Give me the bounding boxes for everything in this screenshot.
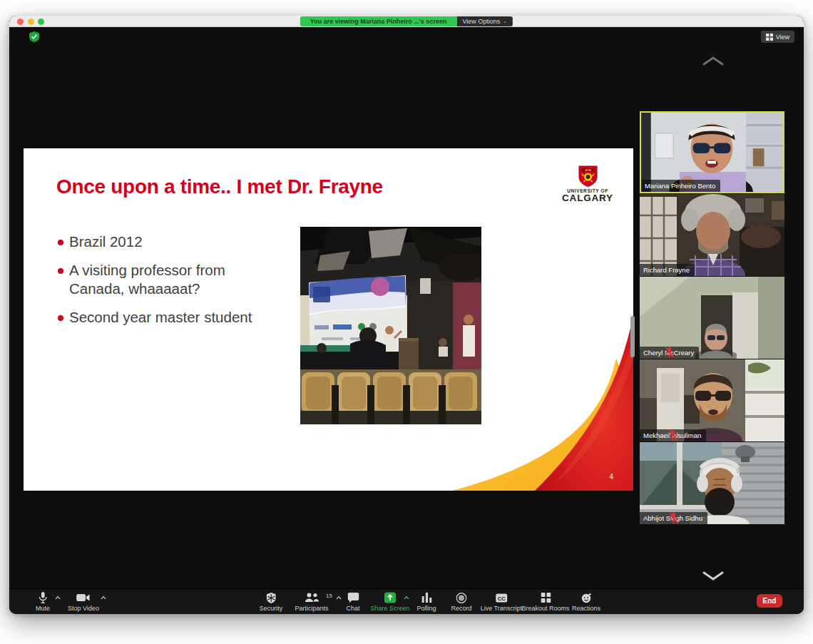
bullet-item: A visiting professor from Canada, whaaaa…: [58, 261, 272, 299]
minimize-window-button[interactable]: [28, 19, 34, 25]
scroll-down-chevron[interactable]: [702, 571, 724, 581]
shield-icon: [266, 592, 275, 603]
traffic-lights: [17, 19, 44, 25]
end-meeting-button[interactable]: End: [757, 594, 782, 608]
participants-icon: [305, 592, 319, 603]
participants-button[interactable]: Participants: [295, 592, 328, 612]
shared-slide: Once upon a time.. I met Dr. Frayne ACB …: [24, 148, 633, 491]
participant-name: Richard Frayne: [643, 266, 690, 274]
record-icon: [456, 592, 466, 603]
video-tile-abhijot[interactable]: Abhijot Singh Sidhu: [640, 442, 784, 524]
video-options-caret[interactable]: [101, 596, 106, 600]
participants-count: 15: [326, 593, 332, 599]
microphone-icon: [39, 592, 47, 603]
meeting-toolbar: Mute Stop Video Security Parti: [9, 588, 804, 614]
scrollbar-thumb[interactable]: [630, 316, 635, 357]
participants-caret[interactable]: [336, 596, 342, 600]
grid-icon: [766, 34, 773, 41]
view-layout-button[interactable]: View: [761, 31, 794, 43]
bullet-item: Second year master student: [58, 308, 272, 327]
breakout-rooms-label: Breakout Rooms: [521, 605, 569, 612]
muted-mic-icon: [640, 512, 707, 524]
ucalgary-crest-icon: ACB: [578, 165, 598, 187]
slide-page-number: 4: [609, 473, 613, 481]
mute-options-caret[interactable]: [55, 596, 61, 600]
view-options-label: View Options: [462, 18, 500, 25]
breakout-rooms-button[interactable]: Breakout Rooms: [521, 592, 569, 612]
security-label: Security: [260, 605, 283, 612]
polling-label: Polling: [416, 605, 436, 612]
video-tile-mariana[interactable]: Mariana Pinheiro Bento: [640, 111, 784, 193]
university-of-calgary-logo: ACB UNIVERSITY OF CALGARY: [562, 165, 613, 203]
reactions-button[interactable]: Reactions: [572, 592, 600, 612]
participants-label: Participants: [295, 605, 328, 612]
chat-label: Chat: [346, 605, 359, 612]
logo-line2: CALGARY: [562, 193, 613, 203]
view-options-button[interactable]: View Options ⌄: [456, 16, 513, 26]
slide-bullet-list: Brazil 2012 A visiting professor from Ca…: [58, 232, 272, 337]
stop-video-button[interactable]: Stop Video: [68, 592, 99, 612]
reactions-label: Reactions: [572, 605, 600, 612]
chevron-down-icon: ⌄: [503, 19, 507, 24]
view-button-label: View: [776, 34, 789, 41]
chat-button[interactable]: Chat: [346, 592, 359, 612]
bullet-item: Brazil 2012: [58, 232, 272, 252]
svg-text:ACB: ACB: [585, 168, 591, 172]
participant-name-tag: Richard Frayne: [640, 264, 695, 276]
share-screen-label: Share Screen: [370, 605, 409, 612]
participant-video-strip: Mariana Pinheiro Bento: [640, 111, 784, 525]
muted-mic-icon: [640, 347, 699, 359]
share-screen-icon: [384, 592, 396, 603]
security-button[interactable]: Security: [260, 592, 283, 612]
bar-chart-icon: [421, 592, 431, 603]
stop-video-label: Stop Video: [68, 605, 99, 612]
security-shield-icon: [29, 31, 39, 42]
participant-name-tag: Cheryl McCreary: [640, 347, 699, 359]
record-button[interactable]: Record: [451, 592, 471, 612]
video-tile-richard[interactable]: Richard Frayne: [640, 194, 784, 276]
video-camera-icon: [77, 592, 91, 603]
zoom-app-window: You are viewing Mariana Pinheiro ...'s s…: [9, 16, 804, 614]
muted-mic-icon: [640, 429, 706, 441]
participant-name-tag: Mekhaeil Alsuliman: [640, 429, 706, 441]
chat-bubble-icon: [347, 592, 359, 603]
zoom-window-button[interactable]: [38, 19, 44, 25]
participant-name: Mariana Pinheiro Bento: [645, 182, 715, 190]
slide-title: Once upon a time.. I met Dr. Frayne: [56, 175, 383, 198]
close-window-button[interactable]: [17, 19, 24, 25]
record-label: Record: [451, 605, 471, 612]
participant-name-tag: Abhijot Singh Sidhu: [640, 512, 707, 524]
participant-name-tag: Mariana Pinheiro Bento: [641, 180, 720, 192]
live-transcript-label: Live Transcript: [481, 605, 523, 612]
svg-text:CC: CC: [498, 595, 506, 601]
slide-corner-swoosh: [446, 315, 633, 491]
screen-share-banner: You are viewing Mariana Pinheiro ...'s s…: [300, 16, 513, 26]
viewing-banner-text: You are viewing Mariana Pinheiro ...'s s…: [300, 16, 457, 26]
closed-captions-icon: CC: [496, 592, 508, 603]
smiley-icon: [581, 592, 592, 603]
video-tile-cheryl[interactable]: Cheryl McCreary: [640, 277, 784, 359]
mute-button[interactable]: Mute: [36, 592, 50, 612]
scroll-up-chevron[interactable]: [702, 56, 724, 66]
breakout-rooms-icon: [541, 592, 551, 603]
polling-button[interactable]: Polling: [416, 592, 436, 612]
mute-label: Mute: [36, 605, 50, 612]
video-tile-mekhaeil[interactable]: Mekhaeil Alsuliman: [640, 359, 784, 441]
meeting-content: View Once upon a time.. I met Dr. Frayne…: [9, 27, 804, 614]
live-transcript-button[interactable]: CC Live Transcript: [481, 592, 523, 612]
share-options-caret[interactable]: [404, 596, 409, 600]
